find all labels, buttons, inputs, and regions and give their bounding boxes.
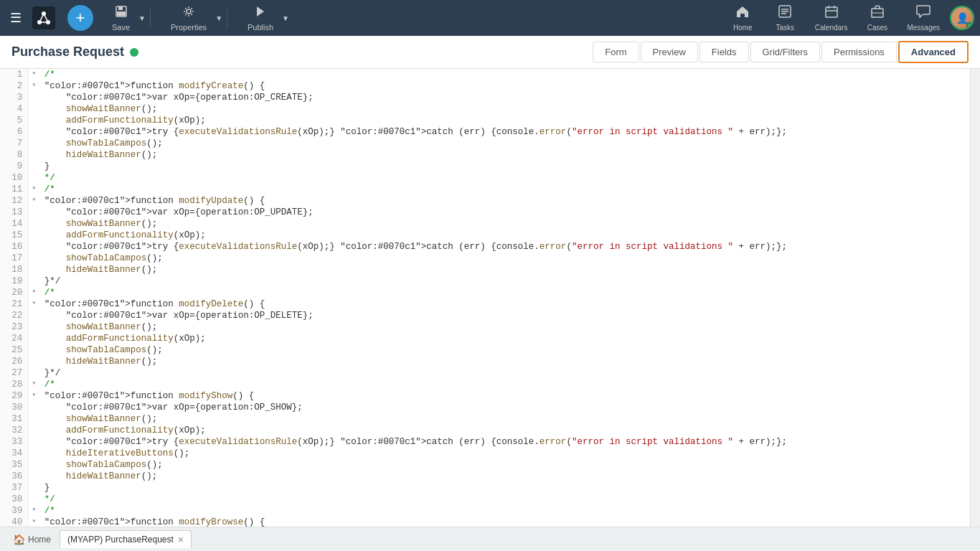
table-row: 15 addFormFunctionality(xOp); (0, 230, 970, 241)
table-row: 4 showWaitBanner(); (0, 103, 970, 115)
table-row: 38 */ (0, 494, 970, 505)
fold-indicator (29, 138, 42, 149)
line-number: 19 (0, 276, 29, 287)
code-line: addFormFunctionality(xOp); (42, 115, 970, 126)
line-number: 13 (0, 207, 29, 218)
table-row: 14 showWaitBanner(); (0, 218, 970, 230)
tasks-nav-button[interactable]: Tasks (765, 1, 805, 34)
cases-nav-button[interactable]: Cases (857, 1, 897, 34)
line-number: 31 (0, 413, 29, 425)
code-line: showWaitBanner(); (42, 218, 970, 230)
close-tab-icon[interactable]: × (178, 534, 184, 545)
fold-indicator[interactable]: ▾ (29, 517, 42, 527)
code-line: "color:#0070c1">try {executeValidationsR… (42, 241, 970, 253)
fold-indicator[interactable]: ▾ (29, 195, 42, 207)
table-row: 24 addFormFunctionality(xOp); (0, 333, 970, 344)
home-tab-button[interactable]: 🏠 Home (6, 531, 58, 548)
briefcase-icon (870, 4, 885, 19)
table-row: 10 */ (0, 172, 970, 184)
save-icon (115, 5, 128, 22)
code-line: } (42, 482, 970, 494)
save-dropdown-arrow[interactable]: ▼ (136, 2, 149, 34)
list-icon (778, 4, 792, 19)
fold-indicator[interactable]: ▾ (29, 184, 42, 195)
brand-icon (36, 10, 52, 26)
table-row: 30 "color:#0070c1">var xOp={operation:OP… (0, 402, 970, 413)
page-title-area: Purchase Request (11, 44, 138, 60)
line-number: 24 (0, 333, 29, 344)
publish-button[interactable]: Publish (242, 2, 279, 34)
table-row: 25 showTablaCampos(); (0, 344, 970, 356)
table-row: 12▾"color:#0070c1">function modifyUpdate… (0, 195, 970, 207)
code-line: addFormFunctionality(xOp); (42, 333, 970, 344)
publish-dropdown-arrow[interactable]: ▼ (279, 2, 292, 34)
svg-line-4 (44, 14, 48, 22)
separator-1 (150, 7, 151, 29)
save-button[interactable]: Save (106, 2, 136, 34)
fold-indicator (29, 126, 42, 138)
table-row: 19 }*/ (0, 276, 970, 287)
line-number: 27 (0, 367, 29, 379)
fold-indicator[interactable]: ▾ (29, 80, 42, 92)
table-row: 3 "color:#0070c1">var xOp={operation:OP_… (0, 92, 970, 103)
table-row: 32 addFormFunctionality(xOp); (0, 425, 970, 436)
tab-permissions[interactable]: Permissions (821, 42, 897, 62)
table-row: 16 "color:#0070c1">try {executeValidatio… (0, 241, 970, 253)
tab-preview[interactable]: Preview (641, 42, 698, 62)
properties-dropdown-arrow[interactable]: ▼ (212, 2, 225, 34)
save-group: Save ▼ (106, 2, 152, 34)
tasks-icon (778, 4, 792, 22)
code-line: showTablaCampos(); (42, 344, 970, 356)
add-button[interactable]: + (67, 5, 93, 31)
code-line: "color:#0070c1">var xOp={operation:OP_DE… (42, 310, 970, 321)
line-number: 5 (0, 115, 29, 126)
fold-indicator[interactable]: ▾ (29, 298, 42, 310)
calendars-nav-button[interactable]: Calendars (808, 1, 855, 34)
home-nav-button[interactable]: Home (723, 1, 763, 34)
tab-form[interactable]: Form (593, 42, 639, 62)
properties-button[interactable]: Properties (165, 2, 212, 34)
line-number: 10 (0, 172, 29, 184)
tab-fields[interactable]: Fields (699, 42, 749, 62)
avatar-button[interactable]: 👤 (950, 6, 974, 30)
line-number: 26 (0, 356, 29, 367)
fold-indicator (29, 161, 42, 172)
tab-advanced[interactable]: Advanced (898, 41, 969, 63)
table-row: 31 showWaitBanner(); (0, 413, 970, 425)
line-number: 2 (0, 80, 29, 92)
line-number: 17 (0, 253, 29, 264)
publish-label: Publish (248, 23, 273, 32)
line-number: 22 (0, 310, 29, 321)
line-number: 29 (0, 390, 29, 402)
fold-indicator (29, 344, 42, 356)
fold-indicator (29, 230, 42, 241)
page-tab[interactable]: (MYAPP) PurchaseRequest × (60, 530, 192, 548)
calendar-icon (824, 4, 839, 19)
fold-indicator[interactable]: ▾ (29, 287, 42, 298)
code-editor[interactable]: 1▾/*2▾"color:#0070c1">function modifyCre… (0, 69, 970, 527)
code-line: hideWaitBanner(); (42, 264, 970, 276)
fold-indicator (29, 172, 42, 184)
vertical-scrollbar[interactable] (970, 69, 980, 527)
line-number: 1 (0, 69, 29, 80)
home-tab-label: Home (28, 534, 51, 545)
fold-indicator[interactable]: ▾ (29, 505, 42, 517)
line-number: 40 (0, 517, 29, 527)
tab-grid-filters[interactable]: Grid/Filters (750, 42, 821, 62)
table-row: 1▾/* (0, 69, 970, 80)
code-line: /* (42, 69, 970, 80)
play-icon (254, 5, 267, 18)
line-number: 35 (0, 459, 29, 471)
fold-indicator[interactable]: ▾ (29, 390, 42, 402)
fold-indicator[interactable]: ▾ (29, 69, 42, 80)
save-icon-svg (115, 5, 128, 18)
line-number: 9 (0, 161, 29, 172)
fold-indicator[interactable]: ▾ (29, 379, 42, 390)
hamburger-menu-button[interactable]: ☰ (6, 6, 26, 30)
properties-group: Properties ▼ (165, 2, 229, 34)
logo-button[interactable] (30, 4, 57, 32)
fold-indicator (29, 253, 42, 264)
line-number: 25 (0, 344, 29, 356)
messages-nav-button[interactable]: Messages (900, 1, 947, 34)
nav-right: Home Tasks Calen (723, 1, 974, 34)
